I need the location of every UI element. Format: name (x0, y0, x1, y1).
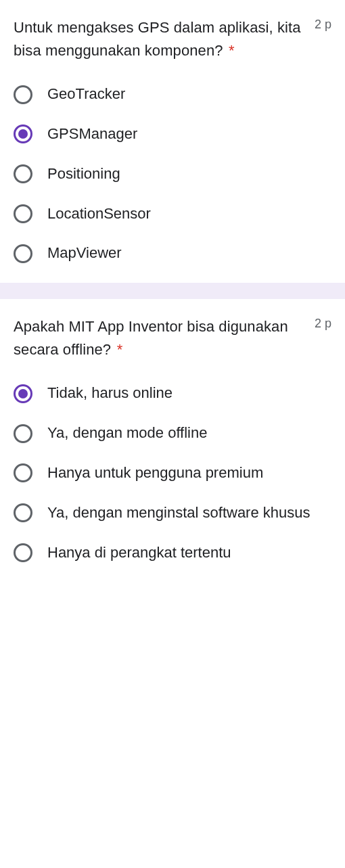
option-label: Ya, dengan menginstal software khusus (47, 503, 310, 524)
radio-icon (14, 463, 32, 482)
radio-icon (14, 543, 32, 562)
radio-icon (14, 384, 32, 403)
points-label: 2 p (315, 315, 331, 331)
question-text: Apakah MIT App Inventor bisa digunakan s… (14, 318, 288, 358)
option-label: Ya, dengan mode offline (47, 423, 207, 444)
required-indicator: * (117, 341, 123, 358)
option-positioning[interactable]: Positioning (14, 164, 331, 185)
option-label: Tidak, harus online (47, 383, 172, 404)
radio-icon (14, 124, 32, 143)
question-header: Apakah MIT App Inventor bisa digunakan s… (14, 315, 331, 361)
options-list: Tidak, harus online Ya, dengan mode offl… (14, 383, 331, 563)
required-indicator: * (229, 42, 235, 59)
option-label: LocationSensor (47, 204, 151, 225)
question-card-1: Untuk mengakses GPS dalam aplikasi, kita… (0, 0, 345, 283)
option-ya-offline[interactable]: Ya, dengan mode offline (14, 423, 331, 444)
radio-icon (14, 503, 32, 522)
option-software-khusus[interactable]: Ya, dengan menginstal software khusus (14, 503, 331, 524)
option-tidak-online[interactable]: Tidak, harus online (14, 383, 331, 404)
option-gpsmanager[interactable]: GPSManager (14, 124, 331, 145)
question-card-2: Apakah MIT App Inventor bisa digunakan s… (0, 299, 345, 582)
question-text-wrap: Apakah MIT App Inventor bisa digunakan s… (14, 315, 309, 361)
card-divider (0, 283, 345, 299)
radio-icon (14, 424, 32, 443)
radio-icon (14, 164, 32, 183)
option-geotracker[interactable]: GeoTracker (14, 84, 331, 105)
option-premium[interactable]: Hanya untuk pengguna premium (14, 463, 331, 484)
option-label: Hanya untuk pengguna premium (47, 463, 263, 484)
radio-icon (14, 204, 32, 223)
radio-icon (14, 85, 32, 104)
option-label: MapViewer (47, 243, 122, 264)
option-perangkat-tertentu[interactable]: Hanya di perangkat tertentu (14, 543, 331, 564)
question-text: Untuk mengakses GPS dalam aplikasi, kita… (14, 19, 301, 59)
option-label: Hanya di perangkat tertentu (47, 543, 231, 564)
option-mapviewer[interactable]: MapViewer (14, 243, 331, 264)
option-label: GPSManager (47, 124, 137, 145)
options-list: GeoTracker GPSManager Positioning Locati… (14, 84, 331, 264)
points-label: 2 p (315, 16, 331, 32)
radio-icon (14, 244, 32, 263)
option-locationsensor[interactable]: LocationSensor (14, 204, 331, 225)
option-label: GeoTracker (47, 84, 125, 105)
question-header: Untuk mengakses GPS dalam aplikasi, kita… (14, 16, 331, 62)
question-text-wrap: Untuk mengakses GPS dalam aplikasi, kita… (14, 16, 309, 62)
option-label: Positioning (47, 164, 120, 185)
